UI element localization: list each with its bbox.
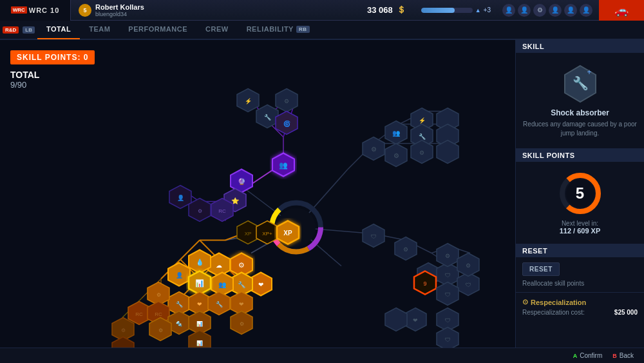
skill-section-title: Skill — [516, 40, 644, 53]
ring-number: 5 — [576, 184, 584, 202]
svg-text:⚙: ⚙ — [445, 253, 450, 259]
svg-text:🔩: 🔩 — [176, 320, 182, 327]
skill-hex-icon: 🔧 + — [560, 63, 601, 104]
skill-points-section: Skill points 5 Next level in: 112 / 609 … — [516, 149, 644, 244]
svg-text:☁: ☁ — [216, 262, 222, 269]
svg-text:🔧: 🔧 — [264, 113, 272, 121]
respec-icon: ⊙ — [522, 298, 528, 306]
back-label: Back — [620, 352, 634, 359]
skill-points-ring: 5 — [558, 171, 603, 216]
level-plus: ▲ — [475, 7, 481, 14]
svg-text:⚙: ⚙ — [371, 146, 377, 153]
tab-team[interactable]: TEAM — [80, 20, 119, 39]
currency-icon: ＄ — [397, 5, 406, 16]
svg-text:👤: 👤 — [177, 194, 185, 202]
svg-text:+: + — [587, 68, 591, 77]
svg-text:9: 9 — [423, 280, 426, 287]
respec-section: ⊙ Respecialization Respecialization cost… — [516, 293, 644, 321]
xp-fill — [421, 8, 455, 13]
svg-text:🔧: 🔧 — [572, 75, 588, 91]
xp-bar-area: ▲ +3 — [416, 6, 496, 14]
reset-section-title: Reset — [516, 244, 644, 257]
svg-text:⚙: ⚙ — [198, 208, 202, 214]
reset-button[interactable]: Reset — [522, 262, 560, 276]
respec-title: ⊙ Respecialization — [522, 298, 638, 306]
svg-text:⚙: ⚙ — [403, 246, 408, 253]
main-content: SKILL POINTS: 0 TOTAL 9/90 — [0, 40, 644, 363]
svg-text:🔧: 🔧 — [419, 133, 426, 141]
confirm-key: A — [573, 353, 578, 359]
svg-text:💧: 💧 — [196, 258, 204, 266]
svg-text:⚙: ⚙ — [466, 262, 471, 269]
tab-reliability[interactable]: RELIABILITY Rb — [238, 20, 319, 39]
lb-badge[interactable]: LB — [23, 26, 35, 34]
svg-text:🛡: 🛡 — [445, 337, 451, 343]
total-value: 9/90 — [10, 80, 95, 90]
player-name: Robert Kollars — [95, 3, 144, 11]
skill-info-left: SKILL POINTS: 0 TOTAL 9/90 — [10, 50, 95, 90]
svg-text:⚙: ⚙ — [156, 292, 161, 298]
svg-text:⚙: ⚙ — [238, 261, 245, 269]
svg-text:⚙: ⚙ — [240, 321, 244, 327]
back-key: B — [612, 353, 617, 359]
rd-badge[interactable]: R&D — [3, 26, 19, 34]
tab-performance[interactable]: PERFORMANCE — [119, 20, 196, 39]
top-icons: 👤 👤 ⚙ 👤 👤 👤 — [496, 4, 599, 17]
xp-label: 112 / 609 XP — [560, 227, 601, 235]
logo-text: WRC 10 — [29, 6, 60, 14]
svg-text:👤: 👤 — [176, 271, 184, 279]
icon-person5[interactable]: 👤 — [580, 4, 592, 17]
skill-section: Skill 🔧 + Shock absorber Reduces any dam… — [516, 40, 644, 149]
respec-cost-label: Respecialization cost: — [522, 309, 585, 316]
bottom-bar: A Confirm B Back — [0, 348, 644, 363]
svg-text:🔧: 🔧 — [238, 280, 246, 289]
level-badge: +3 — [484, 6, 491, 14]
tab-total[interactable]: TOTAL — [37, 20, 80, 39]
next-level-label: Next level in: — [562, 220, 598, 227]
currency-value: 33 068 — [367, 5, 393, 15]
skill-points-title: Skill points — [516, 149, 644, 162]
confirm-label: Confirm — [580, 352, 602, 359]
confirm-action[interactable]: A Confirm — [573, 352, 603, 359]
player-info: 5 Robert Kollars bluengold34 — [71, 3, 152, 17]
car-icon: 🚗 — [614, 3, 629, 17]
svg-text:❤: ❤ — [258, 281, 263, 288]
respec-title-text: Respecialization — [531, 299, 586, 306]
svg-text:🛡: 🛡 — [445, 317, 451, 324]
svg-text:⚙: ⚙ — [393, 152, 399, 159]
svg-text:🛡: 🛡 — [466, 282, 471, 288]
svg-text:🛡: 🛡 — [445, 291, 451, 298]
tab-crew[interactable]: CREW — [196, 20, 238, 39]
svg-text:❤: ❤ — [197, 301, 202, 308]
skill-icon-display: 🔧 + Shock absorber Reduces any damage ca… — [522, 58, 638, 143]
svg-text:XP: XP — [283, 230, 292, 237]
svg-text:📊: 📊 — [196, 340, 203, 346]
xp-bar — [421, 8, 473, 13]
icon-person2[interactable]: 👤 — [518, 4, 531, 17]
skill-desc: Reduces any damage caused by a poor jump… — [522, 120, 638, 138]
car-icon-area[interactable]: 🚗 — [599, 0, 644, 21]
svg-text:⚙: ⚙ — [284, 98, 289, 104]
back-action[interactable]: B Back — [612, 352, 634, 359]
icon-person4[interactable]: 👤 — [564, 4, 577, 17]
svg-text:📊: 📊 — [196, 320, 203, 327]
skill-name: Shock absorber — [551, 108, 609, 117]
svg-text:🛡: 🛡 — [371, 233, 377, 240]
svg-text:🔧: 🔧 — [176, 300, 184, 308]
wrc-badge: WRC — [11, 6, 27, 14]
reset-desc: Reallocate skill points — [522, 280, 638, 287]
svg-text:RC: RC — [135, 311, 143, 317]
svg-text:⚡: ⚡ — [245, 97, 252, 105]
svg-text:RC: RC — [218, 208, 226, 214]
svg-text:❤: ❤ — [413, 317, 418, 324]
svg-text:XP+: XP+ — [262, 231, 272, 237]
svg-text:⚙: ⚙ — [121, 328, 126, 333]
svg-text:XP: XP — [245, 231, 252, 237]
icon-person3[interactable]: 👤 — [549, 4, 562, 17]
icon-person1[interactable]: 👤 — [502, 4, 515, 17]
rb-badge: Rb — [296, 26, 310, 33]
nav-bar: R&D LB TOTAL TEAM PERFORMANCE CREW RELIA… — [0, 21, 644, 40]
svg-text:🔮: 🔮 — [238, 177, 246, 186]
icon-gear[interactable]: ⚙ — [533, 4, 546, 17]
respec-cost-row: Respecialization cost: $25 000 — [522, 309, 638, 316]
